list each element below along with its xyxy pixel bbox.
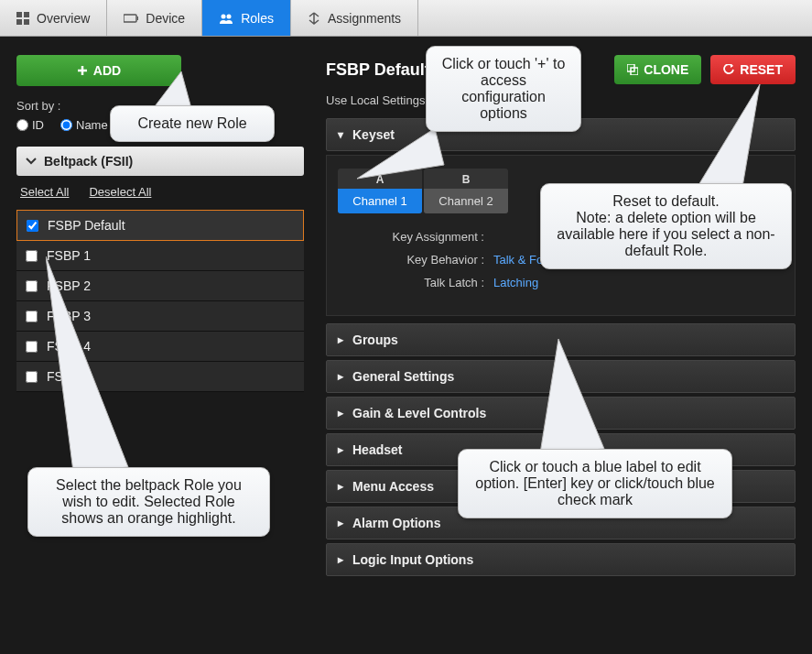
plus-icon — [77, 65, 88, 76]
role-checkbox[interactable] — [27, 220, 38, 232]
nav-label: Overview — [37, 11, 90, 26]
refresh-icon — [723, 64, 734, 75]
chevron-right-icon: ▸ — [338, 480, 343, 493]
svg-rect-1 — [24, 12, 29, 17]
sort-id-option[interactable]: ID — [16, 118, 44, 132]
selection-links: Select All Deselect All — [16, 176, 304, 204]
svg-marker-14 — [540, 339, 604, 453]
svg-rect-2 — [16, 19, 22, 25]
callout-pointer — [46, 256, 137, 476]
grid-icon — [16, 12, 29, 25]
role-item[interactable]: FSBP Default — [16, 210, 304, 241]
top-nav: Overview Device Roles Assignments — [0, 0, 812, 37]
chevron-right-icon: ▸ — [338, 443, 343, 456]
deselect-all-link[interactable]: Deselect All — [89, 185, 151, 199]
page-title: FSBP Default — [326, 60, 430, 80]
chevron-down-icon: ▾ — [338, 128, 343, 141]
svg-point-6 — [222, 14, 226, 18]
svg-marker-11 — [46, 256, 128, 472]
callout-pointer — [540, 339, 613, 458]
copy-icon — [627, 64, 638, 75]
role-checkbox[interactable] — [26, 341, 38, 353]
nav-label: Device — [146, 11, 185, 26]
callout-select-role: Select the beltpack Role you wish to edi… — [27, 467, 270, 537]
role-checkbox[interactable] — [26, 280, 38, 292]
chevron-right-icon: ▸ — [338, 370, 343, 383]
callout-blue-label: Click or touch a blue label to edit opti… — [458, 449, 732, 518]
nav-device[interactable]: Device — [107, 0, 202, 36]
latch-value[interactable]: Latching — [493, 276, 538, 289]
device-icon — [124, 13, 138, 24]
sort-id-radio[interactable] — [16, 119, 28, 131]
sort-name-radio[interactable] — [60, 119, 72, 131]
nav-overview[interactable]: Overview — [0, 0, 107, 36]
latch-label: Talk Latch : — [338, 276, 493, 289]
svg-marker-12 — [357, 128, 444, 179]
callout-plus-options: Click or touch '+' to access configurati… — [426, 46, 581, 132]
svg-rect-5 — [137, 16, 138, 20]
svg-rect-3 — [24, 19, 29, 25]
svg-marker-13 — [696, 84, 760, 192]
section-logic[interactable]: ▸Logic Input Options — [326, 543, 796, 576]
svg-rect-0 — [16, 12, 22, 17]
nav-label: Assignments — [328, 11, 401, 26]
nav-label: Roles — [241, 11, 274, 26]
role-checkbox[interactable] — [26, 250, 38, 262]
assignments-icon — [308, 12, 320, 25]
role-checkbox[interactable] — [26, 311, 38, 322]
callout-pointer — [357, 128, 449, 183]
callout-reset: Reset to default. Note: a delete option … — [540, 183, 792, 269]
chevron-right-icon: ▸ — [338, 553, 343, 566]
people-icon — [219, 13, 233, 24]
sort-name-option[interactable]: Name — [60, 118, 108, 132]
chevron-down-icon — [26, 158, 37, 165]
svg-rect-4 — [124, 15, 136, 22]
accordion-title: Beltpack (FSII) — [44, 154, 133, 169]
accordion-header[interactable]: Beltpack (FSII) — [16, 147, 304, 176]
role-checkbox[interactable] — [26, 371, 38, 383]
clone-button[interactable]: CLONE — [614, 55, 701, 84]
behavior-label: Key Behavior : — [338, 253, 493, 267]
chevron-right-icon: ▸ — [338, 407, 343, 420]
nav-roles[interactable]: Roles — [202, 0, 291, 36]
callout-pointer — [696, 84, 769, 194]
assignment-label: Key Assignment : — [338, 230, 493, 244]
add-label: ADD — [93, 63, 121, 78]
nav-assignments[interactable]: Assignments — [291, 0, 418, 36]
select-all-link[interactable]: Select All — [20, 185, 69, 199]
chevron-right-icon: ▸ — [338, 517, 343, 529]
chevron-right-icon: ▸ — [338, 333, 343, 346]
callout-create-role: Create new Role — [110, 105, 275, 142]
svg-point-7 — [227, 14, 232, 18]
reset-button[interactable]: RESET — [710, 55, 796, 84]
